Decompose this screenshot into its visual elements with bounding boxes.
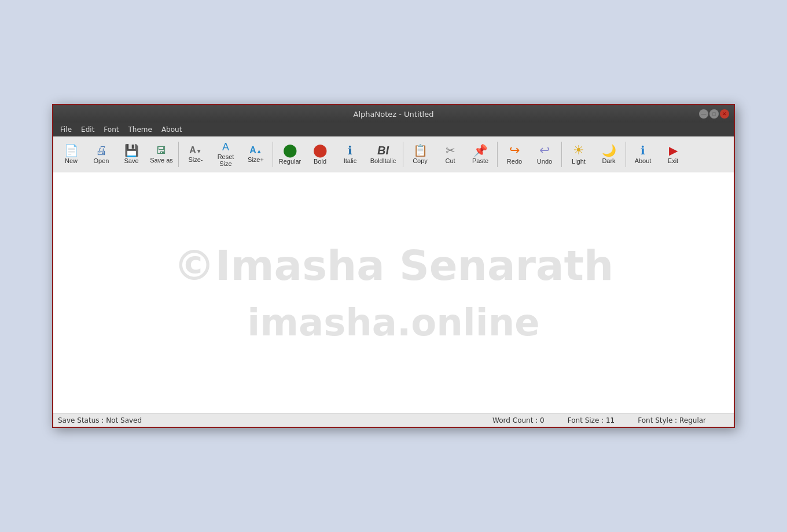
- light-icon: ☀: [573, 144, 584, 157]
- app-window: AlphaNotez - Untitled — □ ✕ File Edit Fo…: [52, 104, 735, 428]
- sizeminus-label: Size-: [188, 156, 203, 163]
- save-icon: 💾: [124, 145, 139, 156]
- paste-label: Paste: [472, 157, 488, 164]
- redo-label: Redo: [507, 158, 522, 165]
- font-size-status: Font Size : 11: [568, 416, 615, 424]
- dark-icon: 🌙: [602, 145, 616, 156]
- separator-2: [273, 142, 273, 167]
- statusbar: Save Status : Not Saved Word Count : 0 F…: [53, 413, 734, 427]
- new-label: New: [65, 157, 78, 164]
- separator-6: [626, 142, 626, 167]
- about-button[interactable]: ℹ About: [628, 139, 657, 170]
- save-button[interactable]: 💾 Save: [117, 139, 146, 170]
- editor-textarea[interactable]: [53, 172, 734, 413]
- bolditalic-label: BoldItalic: [370, 157, 396, 164]
- italic-label: Italic: [344, 157, 357, 164]
- separator-3: [403, 142, 403, 167]
- resetsize-icon: A: [222, 142, 229, 152]
- sizeplus-button[interactable]: A▲ Size+: [241, 139, 270, 170]
- redo-icon: ↪: [509, 144, 520, 157]
- new-icon: 📄: [64, 145, 79, 156]
- word-count: Word Count : 0: [492, 416, 545, 424]
- separator-4: [497, 142, 498, 167]
- bold-icon: ⬤: [313, 144, 328, 157]
- menu-edit[interactable]: Edit: [76, 124, 99, 135]
- minimize-button[interactable]: —: [699, 109, 708, 119]
- copy-label: Copy: [413, 157, 428, 164]
- bold-button[interactable]: ⬤ Bold: [306, 139, 334, 170]
- paste-icon: 📌: [473, 145, 488, 156]
- cut-button[interactable]: ✂ Cut: [436, 139, 465, 170]
- sizeminus-button[interactable]: A▼ Size-: [181, 139, 210, 170]
- about-label: About: [635, 157, 652, 164]
- about-icon: ℹ: [641, 145, 645, 156]
- saveas-button[interactable]: 🖫 Save as: [147, 139, 176, 170]
- titlebar: AlphaNotez - Untitled — □ ✕: [53, 105, 734, 123]
- saveas-icon: 🖫: [156, 145, 167, 156]
- dark-label: Dark: [602, 157, 615, 164]
- menu-theme[interactable]: Theme: [123, 124, 156, 135]
- exit-button[interactable]: ▶ Exit: [659, 139, 687, 170]
- maximize-button[interactable]: □: [709, 109, 719, 119]
- open-label: Open: [94, 157, 109, 164]
- menubar: File Edit Font Theme About: [53, 123, 734, 136]
- sizeminus-icon: A▼: [189, 146, 201, 155]
- toolbar: 📄 New 🖨 Open 💾 Save 🖫 Save as A▼ Size- A…: [53, 136, 734, 172]
- regular-button[interactable]: ⬤ Regular: [275, 139, 304, 170]
- light-button[interactable]: ☀ Light: [564, 139, 593, 170]
- menu-about[interactable]: About: [157, 124, 186, 135]
- undo-label: Undo: [537, 158, 552, 165]
- window-title: AlphaNotez - Untitled: [354, 110, 434, 119]
- bolditalic-button[interactable]: BI BoldItalic: [366, 139, 400, 170]
- copy-button[interactable]: 📋 Copy: [406, 139, 435, 170]
- paste-button[interactable]: 📌 Paste: [466, 139, 495, 170]
- save-status: Save Status : Not Saved: [58, 416, 142, 424]
- editor-area: ©Imasha Senarath imasha.online: [53, 172, 734, 413]
- cut-label: Cut: [445, 157, 455, 164]
- exit-label: Exit: [668, 157, 678, 164]
- bold-label: Bold: [314, 158, 326, 165]
- resetsize-label: Reset Size: [213, 153, 238, 167]
- open-icon: 🖨: [95, 145, 107, 156]
- redo-button[interactable]: ↪ Redo: [500, 139, 529, 170]
- separator-5: [561, 142, 562, 167]
- italic-icon: ℹ: [348, 145, 352, 156]
- sizeplus-label: Size+: [248, 156, 264, 163]
- open-button[interactable]: 🖨 Open: [87, 139, 116, 170]
- window-controls: — □ ✕: [699, 109, 729, 119]
- sizeplus-icon: A▲: [249, 146, 262, 155]
- dark-button[interactable]: 🌙 Dark: [594, 139, 623, 170]
- close-button[interactable]: ✕: [720, 109, 729, 119]
- resetsize-button[interactable]: A Reset Size: [211, 139, 240, 170]
- saveas-label: Save as: [150, 157, 173, 164]
- font-style-status: Font Style : Regular: [638, 416, 706, 424]
- light-label: Light: [572, 158, 586, 165]
- italic-button[interactable]: ℹ Italic: [336, 139, 365, 170]
- menu-font[interactable]: Font: [99, 124, 123, 135]
- save-label: Save: [124, 157, 138, 164]
- separator-1: [178, 142, 179, 167]
- undo-icon: ↩: [539, 144, 550, 157]
- bolditalic-icon: BI: [377, 145, 389, 156]
- regular-icon: ⬤: [283, 144, 297, 157]
- undo-button[interactable]: ↩ Undo: [530, 139, 559, 170]
- cut-icon: ✂: [446, 145, 455, 156]
- regular-label: Regular: [279, 158, 301, 165]
- exit-icon: ▶: [669, 145, 678, 156]
- menu-file[interactable]: File: [56, 124, 76, 135]
- new-button[interactable]: 📄 New: [57, 139, 86, 170]
- copy-icon: 📋: [413, 145, 428, 156]
